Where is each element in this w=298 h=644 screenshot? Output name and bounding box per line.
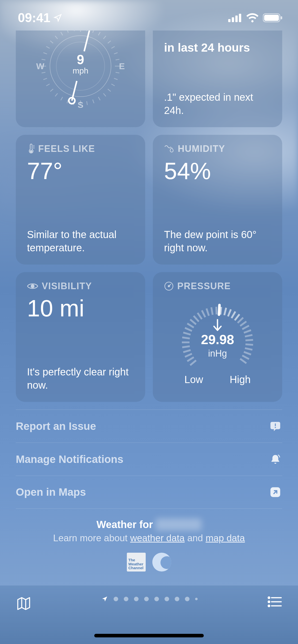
svg-line-40 xyxy=(50,41,53,43)
svg-line-85 xyxy=(246,344,253,345)
map-button[interactable] xyxy=(16,596,32,612)
svg-line-26 xyxy=(87,101,87,105)
svg-line-84 xyxy=(246,340,253,340)
action-list: Report an Issue Manage Notifications Ope… xyxy=(16,409,282,509)
svg-line-89 xyxy=(240,359,246,363)
svg-line-71 xyxy=(207,309,209,316)
svg-point-56 xyxy=(168,285,170,287)
page-dot[interactable] xyxy=(185,597,189,601)
svg-line-88 xyxy=(242,356,249,359)
svg-rect-5 xyxy=(264,15,279,21)
humidity-title: HUMIDITY xyxy=(178,143,225,154)
humidity-icon xyxy=(164,144,174,153)
status-time: 09:41 xyxy=(18,10,50,25)
visibility-card[interactable]: VISIBILITY 10 mi It's perfectly clear ri… xyxy=(16,272,145,402)
page-dots[interactable] xyxy=(101,596,198,602)
location-arrow-icon xyxy=(101,596,108,602)
svg-line-72 xyxy=(211,307,213,315)
feels-like-title: FEELS LIKE xyxy=(38,143,95,154)
wifi-icon xyxy=(246,13,259,22)
visibility-value: 10 mi xyxy=(27,297,134,320)
bell-icon xyxy=(268,452,282,466)
svg-line-17 xyxy=(116,59,119,60)
arrow-down-icon xyxy=(201,319,234,332)
provider-logo[interactable] xyxy=(152,553,171,572)
svg-line-34 xyxy=(43,78,47,80)
svg-line-59 xyxy=(185,354,192,357)
svg-rect-0 xyxy=(228,19,231,22)
feels-like-card[interactable]: FEELS LIKE 77° Similar to the actual tem… xyxy=(16,135,145,265)
weather-data-link[interactable]: weather data xyxy=(130,533,185,543)
page-dot[interactable] xyxy=(175,597,179,601)
svg-line-11 xyxy=(93,31,94,33)
report-issue-row[interactable]: Report an Issue xyxy=(16,409,282,443)
page-dot[interactable] xyxy=(165,597,169,601)
svg-line-46 xyxy=(84,31,90,51)
svg-rect-6 xyxy=(281,16,282,19)
svg-line-16 xyxy=(114,53,118,54)
rainfall-card[interactable]: in last 24 hours .1" expected in next 24… xyxy=(153,31,282,127)
svg-line-20 xyxy=(114,78,118,80)
svg-line-35 xyxy=(42,72,45,73)
svg-line-33 xyxy=(46,84,50,86)
wind-compass: /*noop*/ xyxy=(37,31,124,109)
svg-line-66 xyxy=(187,324,194,328)
map-data-link[interactable]: map data xyxy=(206,533,245,543)
eye-icon xyxy=(27,282,38,290)
svg-line-10 xyxy=(87,31,87,31)
wind-card[interactable]: /*noop*/ xyxy=(16,31,145,127)
svg-line-30 xyxy=(61,97,63,100)
humidity-card[interactable]: HUMIDITY 54% The dew point is 60° right … xyxy=(153,135,282,265)
wind-unit: mph xyxy=(73,66,88,76)
svg-line-75 xyxy=(224,308,226,315)
open-in-maps-row[interactable]: Open in Maps xyxy=(16,476,282,509)
wind-speed: 9 xyxy=(73,53,88,66)
svg-line-44 xyxy=(74,31,74,31)
pressure-title: PRESSURE xyxy=(177,281,231,291)
svg-line-39 xyxy=(46,47,50,49)
pressure-card[interactable]: PRESSURE xyxy=(153,272,282,402)
svg-line-64 xyxy=(183,332,191,334)
compass-dir-w: W xyxy=(36,61,44,71)
svg-line-60 xyxy=(183,350,191,352)
pressure-gauge: 29.98 inHg xyxy=(172,297,263,373)
svg-line-87 xyxy=(244,352,251,355)
page-dot[interactable] xyxy=(144,597,149,601)
gauge-icon xyxy=(164,281,174,291)
page-dot[interactable] xyxy=(134,597,139,601)
manage-notifications-row[interactable]: Manage Notifications xyxy=(16,443,282,476)
pressure-value: 29.98 xyxy=(201,332,234,347)
svg-line-82 xyxy=(244,330,251,333)
learn-more-label: Learn more about xyxy=(53,533,130,543)
svg-line-86 xyxy=(245,348,252,350)
svg-line-42 xyxy=(61,32,63,35)
svg-line-13 xyxy=(103,36,106,39)
svg-line-58 xyxy=(187,357,194,361)
svg-point-99 xyxy=(268,601,270,603)
svg-line-38 xyxy=(43,53,47,54)
weather-channel-logo[interactable]: The Weather Channel xyxy=(127,553,146,572)
svg-line-76 xyxy=(228,309,231,316)
svg-line-68 xyxy=(194,316,199,321)
svg-line-73 xyxy=(216,307,216,314)
svg-line-22 xyxy=(108,89,111,92)
page-dot[interactable] xyxy=(154,597,159,601)
battery-icon xyxy=(263,13,283,22)
rainfall-forecast: .1" expected in next 24h. xyxy=(164,91,271,117)
feels-like-value: 77° xyxy=(27,159,134,183)
svg-line-63 xyxy=(182,338,190,339)
home-indicator xyxy=(94,634,204,637)
svg-point-97 xyxy=(268,597,270,598)
page-dot[interactable] xyxy=(124,597,128,601)
visibility-desc: It's perfectly clear right now. xyxy=(27,365,134,392)
compass-dir-e: E xyxy=(119,61,125,71)
svg-rect-1 xyxy=(232,17,234,22)
svg-line-78 xyxy=(235,314,239,320)
svg-line-15 xyxy=(111,47,115,49)
page-dot[interactable] xyxy=(114,597,118,601)
locations-list-button[interactable] xyxy=(267,596,282,609)
page-dot[interactable] xyxy=(195,598,198,600)
svg-line-79 xyxy=(238,318,243,323)
manage-notifications-label: Manage Notifications xyxy=(16,453,123,465)
svg-line-32 xyxy=(50,89,53,92)
